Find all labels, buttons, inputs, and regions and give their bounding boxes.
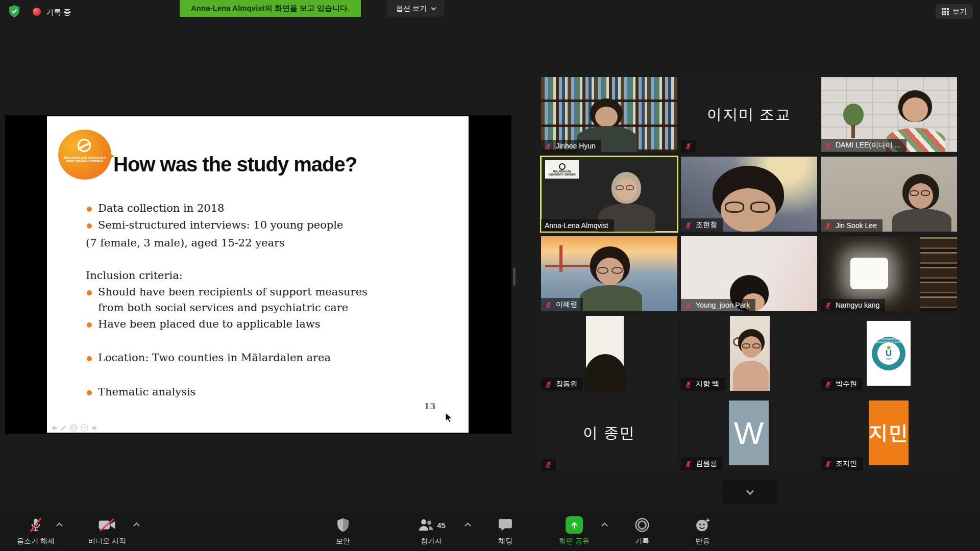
presentation-slide: MÄLARDALENS HÖGSKOLA ESKILSTUNA VÄSTERÅS…	[47, 116, 469, 433]
participant-name: Namgyu kang	[836, 301, 879, 309]
start-video-button[interactable]: 비디오 시작	[88, 516, 126, 546]
participant-display-name: 이 종민	[541, 423, 677, 443]
participant-tile[interactable]: Jin Sook Lee	[821, 157, 957, 232]
reactions-smiley-icon	[695, 517, 710, 533]
participant-tile[interactable]: W 김원룡	[681, 395, 817, 470]
slide-text: (7 female, 3 male), aged 15-22 years	[86, 237, 285, 249]
mic-options-caret[interactable]	[56, 522, 63, 529]
muted-mic-icon	[545, 142, 552, 150]
bookshelf	[920, 236, 957, 311]
participant-count: 45	[437, 521, 446, 530]
slide-bullet: Thematic analysis	[98, 386, 195, 398]
muted-mic-icon	[29, 517, 43, 533]
glasses-icon	[750, 202, 770, 213]
pen-tool-icon[interactable]	[60, 424, 67, 431]
reactions-button[interactable]: 반응	[695, 516, 710, 546]
participants-options-caret[interactable]	[464, 522, 471, 529]
view-layout-label: 보기	[952, 7, 967, 16]
slide-bullet: Have been placed due to applicable laws	[98, 318, 320, 330]
security-button[interactable]: 보안	[336, 516, 350, 546]
avatar-initial: W	[734, 415, 764, 451]
participant-tile[interactable]: 이혜령	[541, 236, 677, 311]
badge-text: MÄLARDALEN UNIVERSITY SWEDEN	[545, 170, 579, 176]
glasses-icon	[597, 267, 608, 274]
slide-show-icon[interactable]	[70, 424, 78, 432]
participant-name-label	[541, 459, 556, 470]
share-screen-button[interactable]: 화면 공유	[559, 516, 590, 546]
participant-name-label: 장동원	[541, 378, 583, 391]
grid-view-icon	[942, 8, 949, 15]
badge-emblem-icon	[559, 163, 566, 170]
plant	[843, 104, 864, 126]
participant-name-label: 지향 백	[681, 378, 725, 391]
share-options-caret[interactable]	[601, 522, 608, 529]
video-options-caret[interactable]	[133, 522, 140, 529]
avatar-initial: 지민	[869, 420, 909, 446]
participant-display-name: 이지미 조교	[681, 105, 817, 125]
muted-camera-icon	[98, 518, 116, 532]
glasses-icon	[626, 185, 634, 190]
bullet-dot	[87, 390, 92, 395]
plant-trunk	[851, 125, 855, 138]
bullet-dot	[87, 223, 92, 229]
glasses-icon	[742, 343, 750, 348]
more-options-icon[interactable]	[81, 424, 88, 432]
view-layout-button[interactable]: 보기	[936, 4, 973, 19]
bullet-dot	[87, 322, 92, 328]
view-options-label: 옵션 보기	[396, 4, 427, 13]
glasses-icon	[910, 190, 919, 196]
participant-name-label: 조현철	[681, 218, 723, 232]
participants-button[interactable]: 45 참가자	[417, 516, 446, 546]
prev-slide-icon[interactable]	[50, 425, 57, 431]
participant-name-label: Jinhee Hyun	[541, 140, 601, 152]
recording-label: 기록 중	[46, 8, 71, 17]
next-slide-icon[interactable]	[91, 425, 99, 431]
unmute-button[interactable]: 음소거 해제	[17, 516, 55, 546]
slide-bullet: Should have been recipients of support m…	[98, 286, 368, 298]
participant-tile[interactable]: Namgyu kang	[821, 236, 957, 311]
slide-bullet: Location: Two counties in Mälardalen are…	[98, 352, 331, 364]
slide-title: How was the study made?	[113, 153, 357, 176]
record-button[interactable]: 기록	[634, 516, 650, 546]
logo-ring-text: GYEONGSANGBUK-DO ASSOCIATION OF SOCIAL W…	[872, 337, 905, 370]
participant-tile[interactable]: 이지미 조교	[681, 77, 817, 152]
participant-name-label: 김원룡	[681, 457, 723, 470]
participant-tile[interactable]: 지향 백	[681, 316, 817, 391]
muted-mic-icon	[684, 221, 692, 229]
view-options-button[interactable]: 옵션 보기	[387, 0, 445, 17]
meeting-toolbar: 음소거 해제 비디오 시작 보안	[0, 512, 980, 551]
participant-tile[interactable]: 이 종민	[541, 395, 677, 470]
participant-tile-active-speaker[interactable]: MÄLARDALEN UNIVERSITY SWEDEN Anna-Lena A…	[541, 157, 677, 232]
slide-bullet: Semi-structured interviews: 10 young peo…	[98, 219, 343, 231]
ceiling-light	[850, 258, 888, 289]
unmute-label: 음소거 해제	[17, 537, 55, 546]
security-shield-icon	[336, 517, 350, 533]
panel-resize-handle[interactable]	[513, 267, 516, 286]
participant-tile[interactable]: 지민 조지민	[821, 395, 957, 470]
participant-name: 지향 백	[696, 380, 719, 389]
participant-name: 조현철	[696, 220, 717, 230]
chat-button[interactable]: 채팅	[498, 516, 512, 546]
person-face	[902, 97, 928, 122]
participant-tile[interactable]: 조현철	[681, 157, 817, 232]
grid-next-page-button[interactable]	[722, 480, 778, 504]
glasses-icon	[725, 202, 744, 213]
participant-tile[interactable]: DAMI LEE(이다미 ...	[821, 77, 957, 152]
logo-text: MÄLARDALENS HÖGSKOLA ESKILSTUNA VÄSTERÅS	[59, 156, 110, 163]
shared-screen-area: MÄLARDALENS HÖGSKOLA ESKILSTUNA VÄSTERÅS…	[5, 115, 511, 434]
participant-name-label: Anna-Lena Almqvist	[541, 219, 614, 232]
person-body	[580, 285, 642, 311]
chevron-down-icon	[431, 5, 436, 10]
viewing-screen-banner: Anna-Lena Almqvist의 화면을 보고 있습니다.	[180, 0, 361, 17]
participant-tile[interactable]: Young_joon Park	[681, 236, 817, 311]
muted-mic-icon	[545, 381, 552, 388]
share-screen-icon	[566, 516, 583, 534]
participant-tile[interactable]: GYEONGSANGBUK-DO ASSOCIATION OF SOCIAL W…	[821, 316, 957, 391]
bullet-dot	[87, 290, 92, 295]
participant-name: 이혜령	[556, 300, 577, 309]
slide-text: from both social services and psychiatri…	[98, 302, 348, 314]
participant-tile[interactable]: Jinhee Hyun	[541, 77, 677, 152]
participant-tile[interactable]: 장동원	[541, 316, 677, 391]
person-face	[595, 107, 618, 127]
muted-mic-icon	[684, 302, 692, 309]
